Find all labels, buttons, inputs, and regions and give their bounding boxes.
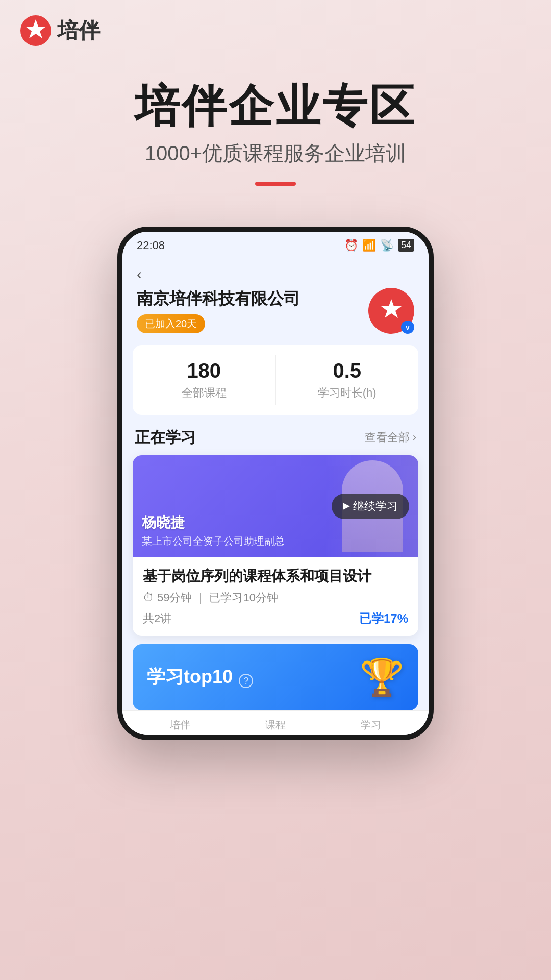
course-banner: 杨晓捷 某上市公司全资子公司助理副总 继续学习 [133,455,418,557]
status-bar: 22:08 ⏰ 📶 📡 54 [122,232,429,256]
status-time: 22:08 [137,239,165,252]
tab-peiban[interactable]: 培伴 [170,718,190,732]
top10-title: 学习top10 [147,666,233,687]
learning-section-header: 正在学习 查看全部 › [122,415,429,455]
tab-courses-label: 课程 [265,718,286,732]
continue-btn-label: 继续学习 [353,499,398,514]
progress-percent: 已学17% [359,610,408,627]
phone-content: ‹ 南京培伴科技有限公司 已加入20天 v [122,256,429,735]
course-name: 基于岗位序列的课程体系和项目设计 [143,567,408,586]
hero-subtitle: 1000+优质课程服务企业培训 [0,139,551,167]
avatar-logo-icon [378,297,405,325]
continue-learning-button[interactable]: 继续学习 [332,494,409,519]
company-info: 南京培伴科技有限公司 已加入20天 [137,288,300,333]
course-card: 杨晓捷 某上市公司全资子公司助理副总 继续学习 基于岗位序列的课程体系和项目设计… [133,455,418,636]
top10-label-group: 学习top10 ? [147,665,253,690]
battery-indicator: 54 [398,239,414,252]
stat-total-courses: 180 全部课程 [133,345,276,415]
hero-section: 培伴企业专区 1000+优质课程服务企业培训 [0,61,551,201]
phone-wrapper: 22:08 ⏰ 📶 📡 54 ‹ 南京培伴科技有限公司 已加入20天 [0,227,551,740]
status-icons: ⏰ 📶 📡 54 [344,239,414,252]
study-hours-value: 0.5 [281,359,414,382]
meta-separator: ｜ [195,590,206,605]
teacher-title: 某上市公司全资子公司助理副总 [142,534,285,548]
company-row: 南京培伴科技有限公司 已加入20天 v [137,288,414,334]
tab-peiban-label: 培伴 [170,718,190,732]
top10-question-icon: ? [239,674,253,688]
teacher-name: 杨晓捷 [142,513,285,532]
teacher-info: 杨晓捷 某上市公司全资子公司助理副总 [142,513,285,548]
play-icon [343,503,350,510]
course-meta: ⏱ 59分钟 ｜ 已学习10分钟 [143,590,408,605]
bottom-tabs: 培伴 课程 学习 [122,710,429,735]
phone-mockup: 22:08 ⏰ 📶 📡 54 ‹ 南京培伴科技有限公司 已加入20天 [117,227,434,740]
trophy-icon: 🏆 [360,656,404,698]
total-courses-label: 全部课程 [138,385,270,401]
total-courses-value: 180 [138,359,270,382]
studied-time: 已学习10分钟 [209,590,278,605]
course-lessons: 共2讲 [143,611,171,626]
avatar-wrap: v [368,288,414,334]
wifi-icon: 📡 [380,239,394,252]
tab-study-label: 学习 [361,718,381,732]
learning-section-title: 正在学习 [135,427,196,448]
course-info: 基于岗位序列的课程体系和项目设计 ⏱ 59分钟 ｜ 已学习10分钟 共2讲 已学… [133,557,418,636]
tab-study[interactable]: 学习 [361,718,381,732]
top10-card[interactable]: 学习top10 ? 🏆 [133,644,418,710]
signal-icon: 📶 [362,239,376,252]
avatar-verified-badge: v [401,321,414,334]
company-name: 南京培伴科技有限公司 [137,288,300,310]
course-footer: 共2讲 已学17% [143,610,408,627]
hero-title: 培伴企业专区 [0,82,551,131]
course-duration: 59分钟 [157,590,192,605]
joined-badge: 已加入20天 [137,314,205,333]
hero-divider [255,182,296,186]
tab-courses[interactable]: 课程 [265,718,286,732]
stats-card: 180 全部课程 0.5 学习时长(h) [133,345,418,415]
phone-header: ‹ 南京培伴科技有限公司 已加入20天 v [122,256,429,345]
svg-marker-2 [381,299,402,318]
stat-study-hours: 0.5 学习时长(h) [276,345,419,415]
logo-star-icon [20,15,51,46]
top-nav: 培伴 [0,0,551,61]
study-hours-label: 学习时长(h) [281,385,414,401]
app-logo-text: 培伴 [57,16,100,45]
back-button[interactable]: ‹ [137,265,414,283]
view-all-button[interactable]: 查看全部 › [365,430,416,445]
clock-icon: ⏱ [143,591,154,604]
alarm-icon: ⏰ [344,239,358,252]
